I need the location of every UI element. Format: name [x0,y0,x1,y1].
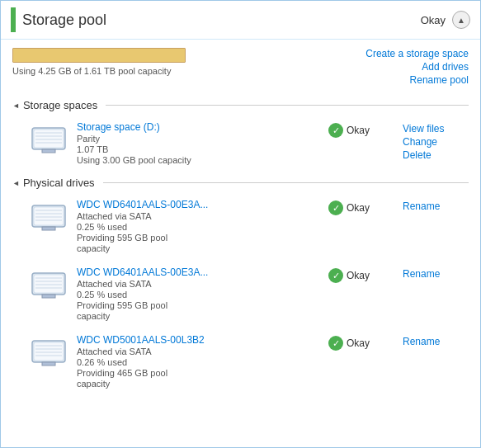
check-icon-pd-0: ✓ [328,200,343,215]
storage-space-actions-0: View files Change Delete [403,121,469,161]
physical-drive-name-1: WDC WD6401AALS-00E3A... [77,266,320,278]
usage-bar-container [12,48,186,63]
physical-drive-item-2: WDC WD5001AALS-00L3B2 Attached via SATA … [29,334,469,389]
physical-drive-item-0: WDC WD6401AALS-00E3A... Attached via SAT… [29,199,469,253]
storage-space-detail3-0: Using 3.00 GB pool capacity [77,155,320,165]
check-icon: ✓ [328,123,343,138]
create-storage-space-link[interactable]: Create a storage space [365,48,469,59]
physical-drive-detail4-1: capacity [77,311,320,321]
physical-drive-status-2: ✓ Okay [328,334,394,351]
svg-rect-27 [42,362,55,365]
header-right: Okay ▲ [421,11,470,29]
physical-drive-detail3-1: Providing 595 GB pool [77,300,320,310]
physical-drive-item-1: WDC WD6401AALS-00E3A... Attached via SAT… [29,266,469,321]
header-status: Okay [421,14,446,26]
check-icon-pd-2: ✓ [328,336,343,351]
physical-drive-actions-0: Rename [403,199,469,212]
header-left: Storage pool [11,7,106,32]
physical-drive-status-1: ✓ Okay [328,266,394,283]
svg-rect-15 [34,275,64,293]
collapse-button[interactable]: ▲ [452,11,470,29]
section-triangle-icon: ◄ [12,101,20,110]
storage-space-item-0: Storage space (D:) Parity 1.07 TB Using … [29,121,469,165]
change-link[interactable]: Change [403,136,469,148]
physical-drive-detail2-1: 0.25 % used [77,290,320,299]
physical-drive-detail1-1: Attached via SATA [77,279,320,289]
svg-rect-1 [34,130,64,148]
physical-drive-detail2-0: 0.25 % used [77,222,320,232]
rename-link-0[interactable]: Rename [403,200,469,212]
physical-drive-status-0: ✓ Okay [328,199,394,215]
rename-link-1[interactable]: Rename [403,268,469,280]
panel-content: Using 4.25 GB of 1.61 TB pool capacity C… [1,40,480,447]
physical-drive-info-1: WDC WD6401AALS-00E3A... Attached via SAT… [77,266,320,321]
physical-drive-icon-2 [29,334,68,367]
storage-space-status-0: ✓ Okay [328,121,394,138]
svg-rect-13 [42,227,55,230]
check-icon-pd-1: ✓ [328,268,343,283]
pd-status-label-2: Okay [347,337,370,349]
physical-drive-detail3-2: Providing 465 GB pool [77,368,320,378]
delete-link[interactable]: Delete [403,149,469,161]
view-files-link[interactable]: View files [403,123,469,134]
physical-drive-info-2: WDC WD5001AALS-00L3B2 Attached via SATA … [77,334,320,389]
pool-usage-row: Using 4.25 GB of 1.61 TB pool capacity C… [12,48,469,86]
storage-spaces-label: Storage spaces [23,99,97,111]
pool-usage-left: Using 4.25 GB of 1.61 TB pool capacity [12,48,186,76]
physical-drive-name-0: WDC WD6401AALS-00E3A... [77,199,320,210]
pd-status-label-1: Okay [347,270,370,281]
storage-pool-panel: Storage pool Okay ▲ Using 4.25 GB of 1.6… [0,0,481,448]
usage-bar-fill [13,49,185,62]
svg-rect-22 [34,342,64,361]
storage-space-detail2-0: 1.07 TB [77,144,320,154]
physical-drive-icon-1 [29,266,68,299]
physical-drive-actions-1: Rename [403,266,469,280]
storage-space-detail1-0: Parity [77,134,320,144]
physical-drive-actions-2: Rename [403,334,469,347]
physical-drive-icon-0 [29,199,68,232]
status-label-0: Okay [347,125,370,136]
usage-text: Using 4.25 GB of 1.61 TB pool capacity [12,66,186,76]
svg-rect-8 [34,207,64,225]
physical-drive-name-2: WDC WD5001AALS-00L3B2 [77,334,320,346]
section-triangle-icon-2: ◄ [12,179,20,187]
physical-drive-detail1-0: Attached via SATA [77,211,320,221]
add-drives-link[interactable]: Add drives [365,61,469,73]
physical-drive-detail4-2: capacity [77,379,320,389]
pool-actions: Create a storage space Add drives Rename… [365,48,469,86]
storage-space-info-0: Storage space (D:) Parity 1.07 TB Using … [77,121,320,165]
chevron-up-icon: ▲ [457,16,465,25]
physical-drive-detail2-2: 0.26 % used [77,357,320,367]
physical-drive-detail3-0: Providing 595 GB pool [77,233,320,243]
rename-link-2[interactable]: Rename [403,336,469,347]
rename-pool-link[interactable]: Rename pool [365,74,469,86]
physical-drive-detail1-2: Attached via SATA [77,347,320,356]
storage-space-name-0: Storage space (D:) [77,121,320,133]
physical-drives-section-header: ◄ Physical drives [12,177,469,189]
physical-drives-label: Physical drives [23,177,95,189]
svg-rect-6 [42,149,55,153]
svg-rect-20 [42,295,55,298]
panel-title: Storage pool [22,12,106,29]
physical-drive-info-0: WDC WD6401AALS-00E3A... Attached via SAT… [77,199,320,253]
physical-drive-detail4-0: capacity [77,243,320,253]
green-status-bar [11,7,16,32]
storage-drive-icon [29,121,68,154]
panel-header: Storage pool Okay ▲ [1,1,480,40]
pd-status-label-0: Okay [347,202,370,214]
storage-spaces-section-header: ◄ Storage spaces [12,99,469,111]
